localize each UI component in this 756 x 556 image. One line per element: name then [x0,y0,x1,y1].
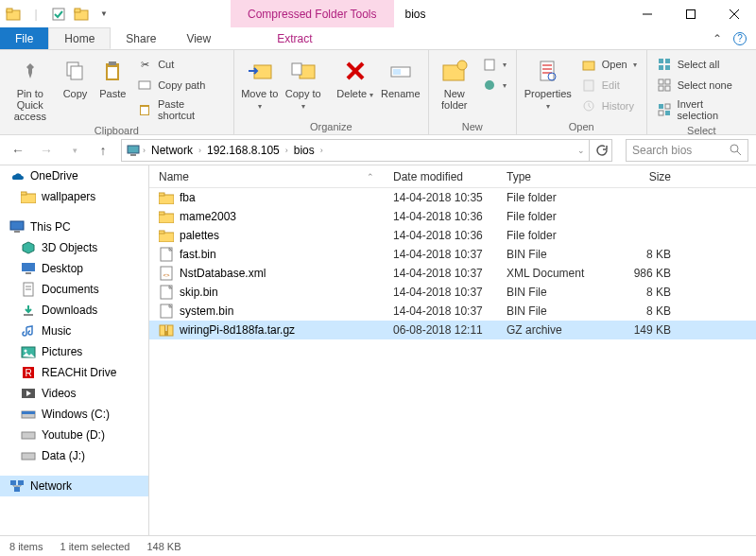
move-to-button[interactable]: Move to ▾ [240,53,280,113]
pictures-icon [21,344,36,359]
sidebar-item-network[interactable]: Network [0,476,148,496]
sidebar-item-ddrive[interactable]: Youtube (D:) [0,425,148,445]
file-row[interactable]: system.bin14-04-2018 10:37BIN File8 KB [149,302,756,321]
tab-view[interactable]: View [171,27,226,49]
cut-button[interactable]: ✂Cut [133,55,228,74]
refresh-button[interactable] [590,139,612,162]
paste-shortcut-button[interactable]: Paste shortcut [133,96,228,123]
file-name: system.bin [180,304,233,318]
tab-home[interactable]: Home [48,27,111,49]
sidebar-item-onedrive[interactable]: OneDrive [0,165,148,186]
file-size: 8 KB [614,304,680,318]
svg-rect-13 [108,67,117,78]
column-header-name[interactable]: Name⌃ [159,170,393,183]
xml-icon: <> [159,266,174,281]
breadcrumb-item[interactable]: Network [147,144,197,157]
easy-access-button[interactable]: ▾ [478,76,510,95]
select-all-button[interactable]: Select all [653,55,750,74]
file-row[interactable]: wiringPi-8d188fa.tar.gz06-08-2018 12:11G… [149,321,756,339]
file-name: skip.bin [180,286,218,299]
folder-icon[interactable] [72,5,91,24]
maximize-button[interactable] [669,0,713,27]
file-type: File folder [507,229,614,242]
status-selection-count: 1 item selected [60,541,129,552]
folder-icon[interactable] [4,5,23,24]
sidebar-item-cdrive[interactable]: Windows (C:) [0,404,148,425]
sidebar-item-3dobjects[interactable]: 3D Objects [0,237,148,258]
svg-rect-72 [159,193,164,196]
address-dropdown[interactable]: ⌄ [577,146,585,155]
column-header-date[interactable]: Date modified [393,170,507,183]
tab-extract[interactable]: Extract [262,27,327,49]
sidebar-item-downloads[interactable]: Downloads [0,300,148,321]
new-folder-button[interactable]: New folder [435,53,474,111]
svg-rect-38 [665,79,670,84]
pin-quick-access-button[interactable]: Pin to Quick access [6,53,55,122]
copy-path-button[interactable]: Copy path [133,76,228,95]
sidebar-item-jdrive[interactable]: Data (J:) [0,445,148,466]
copy-button[interactable]: Copy [59,53,93,99]
pin-icon [16,57,44,85]
sidebar-item-pictures[interactable]: Pictures [0,341,148,362]
svg-rect-42 [665,111,670,115]
back-button[interactable]: ← [8,140,28,161]
select-none-icon [657,78,672,93]
new-item-button[interactable]: ▾ [478,55,510,74]
checkbox-icon[interactable] [49,5,68,24]
file-row[interactable]: fba14-04-2018 10:35File folder [149,188,756,207]
svg-rect-10 [71,66,82,79]
svg-rect-74 [159,212,164,215]
forward-button[interactable]: → [36,140,57,161]
paste-button[interactable]: Paste [95,53,129,99]
select-none-button[interactable]: Select none [653,76,750,95]
copy-to-button[interactable]: Copy to ▾ [284,53,323,113]
minimize-button[interactable] [626,0,669,27]
search-input[interactable]: Search bios [626,139,748,162]
rename-icon [387,57,415,85]
bin-icon [159,247,174,262]
rename-button[interactable]: Rename [379,53,422,99]
file-type: BIN File [507,286,614,299]
tab-share[interactable]: Share [111,27,171,49]
recent-locations-button[interactable]: ▾ [64,140,85,161]
svg-rect-37 [659,79,663,84]
svg-point-25 [457,61,467,70]
sidebar-item-wallpapers[interactable]: wallpapers [0,186,148,207]
delete-button[interactable]: Delete ▾ [335,53,375,101]
edit-button[interactable]: Edit [577,76,641,95]
sidebar-item-music[interactable]: Music [0,321,148,341]
onedrive-icon [9,168,25,183]
file-row[interactable]: palettes14-04-2018 10:36File folder [149,226,756,245]
file-date: 14-04-2018 10:37 [393,267,507,280]
sidebar-item-reachit[interactable]: RREACHit Drive [0,362,148,383]
properties-button[interactable]: Properties ▾ [523,53,574,113]
file-row[interactable]: <>NstDatabase.xml14-04-2018 10:37XML Doc… [149,264,756,283]
history-button[interactable]: History [577,96,641,115]
tab-file[interactable]: File [0,27,48,49]
svg-rect-12 [109,61,116,65]
sidebar-item-desktop[interactable]: Desktop [0,258,148,279]
sidebar-item-documents[interactable]: Documents [0,279,148,300]
address-bar[interactable]: › Network› 192.168.8.105› bios› ⌄ [121,139,590,162]
column-header-type[interactable]: Type [507,170,614,183]
ribbon-group-clipboard: Pin to Quick access Copy Paste ✂Cut Copy… [0,50,234,134]
open-button[interactable]: Open ▾ [577,55,641,74]
help-icon[interactable]: ? [733,32,747,45]
breadcrumb-item[interactable]: bios [290,144,318,157]
sidebar-item-thispc[interactable]: This PC [0,217,148,237]
breadcrumb-item[interactable]: 192.168.8.105 [203,144,284,157]
file-row[interactable]: fast.bin14-04-2018 10:37BIN File8 KB [149,245,756,264]
file-row[interactable]: skip.bin14-04-2018 10:37BIN File8 KB [149,283,756,302]
history-icon [581,98,596,113]
column-header-size[interactable]: Size [614,170,680,183]
invert-selection-button[interactable]: Invert selection [653,96,750,123]
svg-rect-66 [22,432,35,439]
close-button[interactable] [713,0,756,27]
ribbon-collapse-icon[interactable]: ⌃ [713,32,722,45]
qat-dropdown[interactable]: ▼ [94,5,113,24]
main-content: OneDrive wallpapers This PC 3D Objects D… [0,165,756,535]
folder-icon [159,228,174,243]
file-row[interactable]: mame200314-04-2018 10:36File folder [149,207,756,226]
sidebar-item-videos[interactable]: Videos [0,383,148,404]
up-button[interactable]: ↑ [93,140,113,161]
